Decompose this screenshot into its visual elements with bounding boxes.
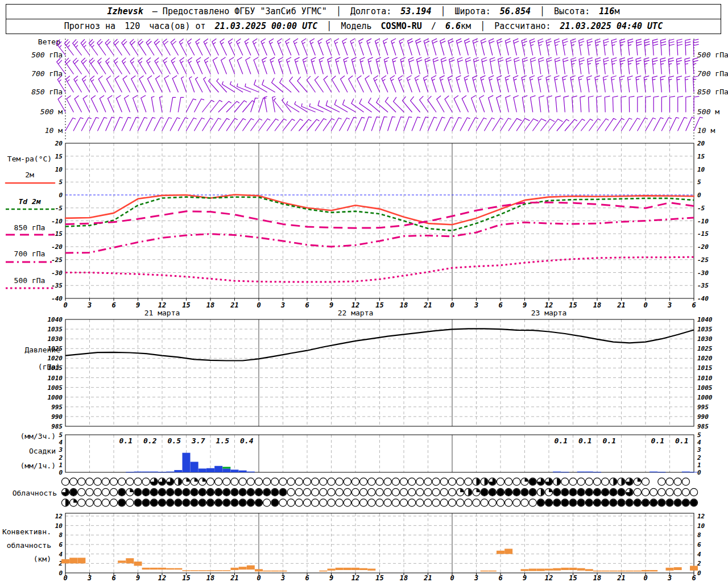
wind-barb: [130, 39, 138, 55]
convective-bar: [521, 569, 529, 571]
hour-label-top: 3: [280, 301, 285, 309]
wind-barb: [91, 95, 97, 112]
precip-bar: [553, 472, 561, 472]
cloud-symbol-lower: [513, 499, 520, 506]
wind-barb: [489, 39, 494, 55]
convective-tick-left: 6: [59, 541, 63, 548]
wind-barb: [588, 58, 593, 74]
wind-barb: [98, 76, 106, 92]
cloud-symbol-upper: [497, 478, 504, 485]
wind-barb: [213, 57, 218, 74]
hour-label-top: 9: [523, 301, 527, 309]
hour-label-bottom: 12: [545, 574, 553, 582]
temperature-tick-right: -40: [697, 295, 709, 302]
cloud-symbol-middle: [408, 488, 416, 496]
cloud-symbol-middle: [400, 488, 407, 496]
cloud-symbol-lower: [368, 499, 375, 506]
wind-barb: [556, 96, 561, 112]
hour-label-bottom: 18: [400, 574, 408, 582]
wind-barb: [178, 97, 184, 112]
date-label: 22 марта: [338, 309, 374, 317]
wind-barb: [287, 57, 291, 74]
pressure-tick-left: 1035: [48, 326, 63, 333]
wind-barb: [628, 76, 633, 92]
wind-barb: [432, 39, 437, 55]
wind-barb: [164, 76, 170, 92]
wind-barb: [324, 76, 331, 92]
pressure-tick-right: 985: [697, 423, 709, 430]
wind-barb: [368, 57, 373, 74]
wind-barb: [669, 39, 674, 55]
wind-level-label-left: 10 м: [45, 126, 63, 135]
wind-barb: [533, 119, 546, 131]
precip-bar-snow-cap: [222, 467, 230, 468]
pressure-tick-left: 1015: [48, 364, 63, 372]
precip-bar: [150, 472, 158, 472]
wind-barb: [555, 58, 560, 74]
wind-barb: [489, 76, 494, 92]
cloud-symbol-lower: [287, 499, 295, 506]
wind-barb: [222, 82, 235, 92]
cloud-fill: [513, 489, 520, 496]
hour-label-top: 21: [230, 301, 238, 309]
pressure-tick-right: 1040: [697, 316, 713, 323]
cloud-symbol-upper: [134, 478, 142, 485]
wind-barb: [187, 118, 197, 131]
temperature-tick-right: 15: [697, 153, 705, 160]
cloud-symbol-lower: [432, 499, 440, 506]
convective-bar: [118, 560, 126, 563]
wind-barb: [638, 96, 643, 112]
wind-barb: [685, 39, 690, 55]
cloud-symbol-lower: [448, 499, 456, 506]
cloud-symbol-middle: [320, 488, 327, 496]
wind-barb: [572, 96, 577, 112]
wind-barb: [408, 57, 413, 74]
temperature-tick-right: 0: [697, 192, 701, 199]
wind-barb: [644, 58, 649, 74]
cloud-symbol-upper: [465, 478, 472, 485]
convective-bar: [634, 571, 642, 572]
hour-label-top: 18: [206, 301, 214, 309]
wind-barb: [611, 58, 617, 74]
cloud-symbol-upper: [440, 478, 448, 485]
cloud-symbol-lower: [279, 499, 287, 506]
wind-barb: [286, 39, 291, 55]
wind-barb: [220, 39, 226, 55]
convective-bar: [336, 568, 344, 570]
wind-barb: [226, 101, 239, 112]
hour-label-bottom: 12: [158, 574, 166, 582]
pressure-tick-right: 990: [697, 413, 709, 421]
wind-barb: [514, 76, 518, 92]
wind-barb: [376, 57, 380, 74]
cloud-symbol-middle: [432, 488, 440, 496]
hour-label-bottom: 0: [450, 574, 454, 582]
wind-barb: [147, 58, 154, 74]
cloud-symbol-upper: [94, 478, 101, 485]
cloud-symbol-middle: [416, 488, 424, 496]
cloud-symbol-lower: [481, 499, 488, 506]
wind-barb: [628, 39, 633, 55]
wind-barb: [670, 118, 679, 131]
cloud-fill: [183, 500, 190, 506]
cloud-symbol-upper: [126, 478, 134, 485]
wind-barb: [75, 96, 81, 113]
cloud-symbol-lower: [440, 499, 448, 506]
convective-bar: [158, 568, 166, 569]
hour-label-bottom: 3: [87, 574, 92, 582]
cloud-fill: [223, 500, 230, 506]
cloud-symbol-upper: [408, 478, 416, 485]
wind-barb: [652, 39, 657, 55]
convective-tick-right: 12: [697, 513, 705, 520]
wind-barb: [229, 57, 234, 74]
cloud-symbol-upper: [602, 478, 609, 485]
wind-barb: [497, 95, 501, 112]
cloud-symbol-upper: [505, 478, 512, 485]
wind-barb: [432, 76, 436, 92]
convective-bar: [601, 571, 609, 572]
precip-bar: [577, 472, 585, 472]
cloud-symbol-upper: [263, 478, 271, 485]
wind-barb: [605, 96, 610, 112]
cloud-symbol-upper: [223, 478, 230, 485]
wind-barb: [195, 118, 205, 131]
wind-barb: [279, 57, 283, 74]
